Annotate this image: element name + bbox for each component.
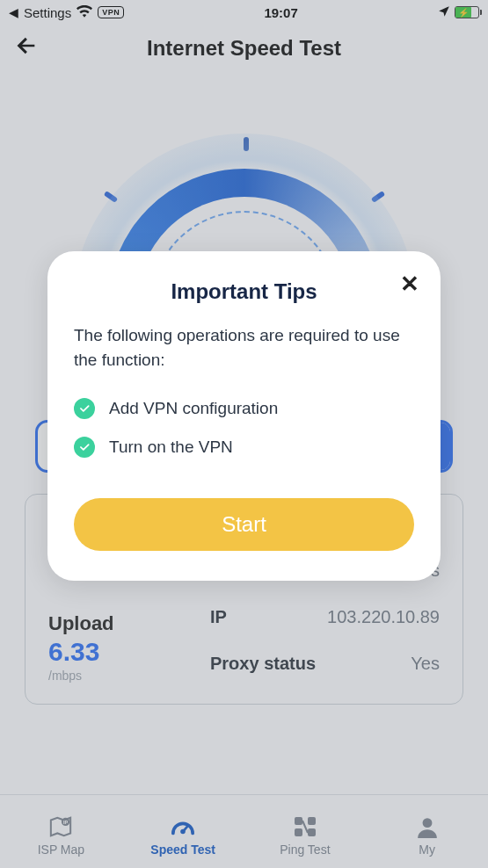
modal-item: Turn on the VPN [74, 437, 414, 458]
start-button-label: Start [222, 512, 266, 537]
check-icon [74, 398, 95, 419]
close-icon[interactable]: ✕ [400, 271, 419, 298]
modal-title: Important Tips [74, 279, 414, 304]
modal-item-label: Add VPN configuration [109, 399, 278, 418]
start-button[interactable]: Start [74, 498, 414, 551]
modal-item-label: Turn on the VPN [109, 438, 233, 457]
check-icon [74, 437, 95, 458]
important-tips-modal: ✕ Important Tips The following operation… [47, 251, 441, 581]
modal-item: Add VPN configuration [74, 398, 414, 419]
modal-description: The following operations are required to… [74, 323, 414, 372]
